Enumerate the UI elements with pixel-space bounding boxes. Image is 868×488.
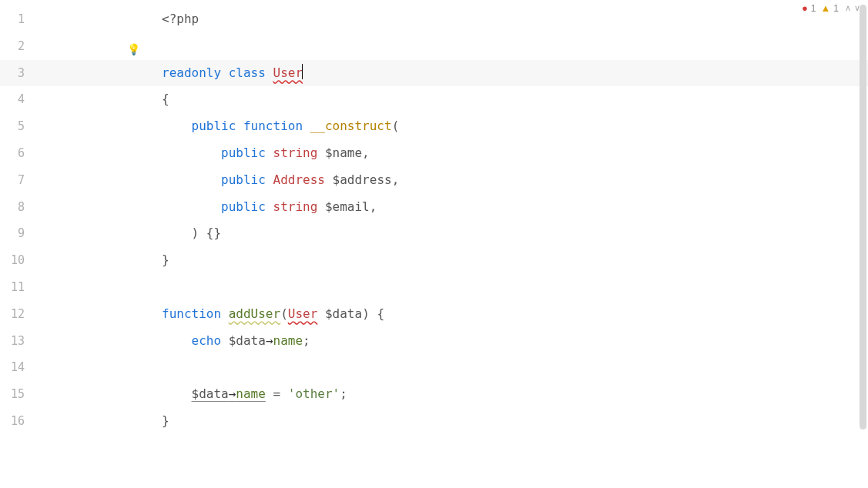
keyword-public: public	[192, 119, 236, 133]
keyword-echo: echo	[192, 333, 222, 348]
keyword-public: public	[221, 172, 266, 187]
constructor-close: ) {}	[192, 226, 222, 240]
method-construct: __construct	[310, 119, 392, 133]
type-user: User	[288, 306, 318, 321]
code-line[interactable]: }	[162, 408, 868, 435]
function-adduser: addUser	[229, 306, 280, 321]
code-line[interactable]: {	[162, 86, 868, 113]
keyword-function: function	[243, 119, 303, 133]
keyword-public: public	[221, 145, 266, 160]
code-line[interactable]: $data→name = 'other';	[162, 381, 868, 408]
code-line[interactable]: echo $data→name;	[162, 328, 868, 355]
line-number: 2	[0, 33, 39, 60]
line-number: 15	[0, 381, 39, 408]
prop-name: name	[273, 333, 303, 348]
brace-open: {	[162, 92, 169, 106]
prop-name: name	[236, 386, 266, 401]
line-number: 16	[0, 408, 39, 435]
text-caret	[302, 64, 303, 79]
line-number: 12	[0, 301, 39, 328]
code-line[interactable]: readonly class User	[162, 60, 868, 87]
line-number: 7	[0, 167, 39, 194]
var-data: $data	[229, 333, 266, 348]
string-literal: 'other'	[288, 386, 340, 401]
code-area[interactable]: <?php readonly class User { public funct…	[39, 0, 868, 488]
keyword-function: function	[162, 306, 221, 321]
var-name: $name	[325, 145, 362, 160]
code-line[interactable]	[162, 33, 868, 60]
class-name-user: User	[273, 65, 303, 80]
type-address: Address	[273, 172, 325, 187]
line-number-gutter: 1 2 3 4 5 6 7 8 9 10 11 12 13 14 15 16	[0, 0, 39, 488]
line-number: 13	[0, 328, 39, 355]
code-line[interactable]: ) {}	[162, 220, 868, 247]
php-open-tag: <?php	[162, 12, 199, 26]
line-number: 9	[0, 220, 39, 247]
keyword-readonly: readonly	[162, 65, 221, 80]
intention-bulb-icon[interactable]: 💡	[127, 43, 140, 55]
code-line[interactable]: public function __construct(	[162, 113, 868, 140]
brace-close: }	[162, 252, 169, 267]
arrow-icon: →	[266, 333, 273, 348]
line-number: 11	[0, 274, 39, 301]
brace-close: }	[162, 413, 169, 428]
scrollbar-vertical[interactable]	[860, 5, 866, 430]
line-number: 4	[0, 86, 39, 113]
line-number: 5	[0, 113, 39, 140]
line-number: 8	[0, 194, 39, 221]
code-line[interactable]	[162, 354, 868, 381]
line-number: 14	[0, 354, 39, 381]
var-email: $email	[325, 199, 370, 214]
line-number: 1	[0, 6, 39, 33]
var-address: $address	[333, 172, 392, 187]
code-line[interactable]: public string $name,	[162, 140, 868, 167]
code-line[interactable]: public string $email,	[162, 194, 868, 221]
type-string: string	[273, 145, 318, 160]
type-string: string	[273, 199, 318, 214]
code-line[interactable]: }	[162, 247, 868, 274]
paren-open: (	[392, 119, 400, 133]
code-line[interactable]: <?php	[162, 6, 868, 33]
keyword-class: class	[229, 65, 266, 80]
line-number: 6	[0, 140, 39, 167]
code-line[interactable]	[162, 274, 868, 301]
var-data: $data	[325, 306, 362, 321]
code-line[interactable]: public Address $address,	[162, 167, 868, 194]
code-line[interactable]: function addUser(User $data) {	[162, 301, 868, 328]
arrow-icon: →	[229, 386, 236, 401]
line-number: 10	[0, 247, 39, 274]
var-data: $data	[192, 386, 229, 401]
line-number: 3	[0, 60, 39, 87]
code-editor[interactable]: ● 1 ▲ 1 ∧ ∨ 💡 1 2 3 4 5 6 7 8 9 10 11 12…	[0, 0, 868, 488]
keyword-public: public	[221, 199, 266, 214]
